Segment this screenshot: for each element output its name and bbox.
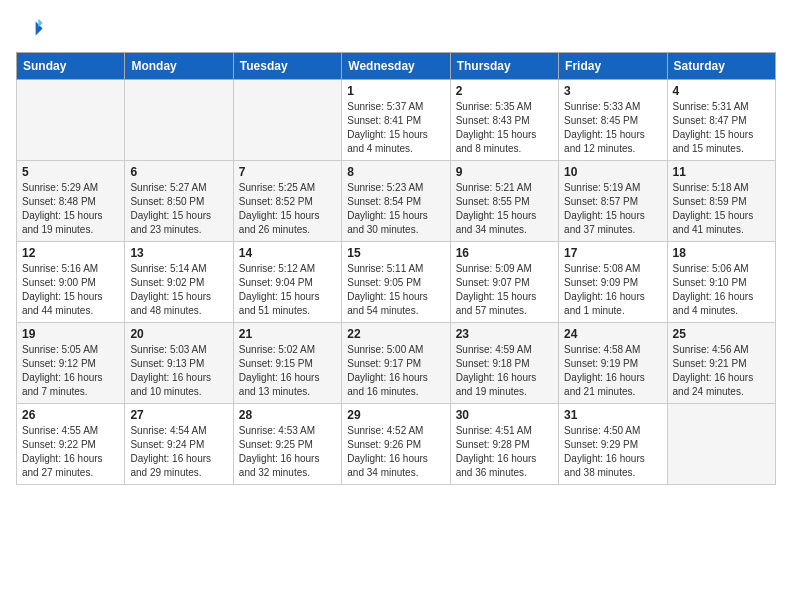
calendar-cell [125, 80, 233, 161]
calendar-cell: 8Sunrise: 5:23 AM Sunset: 8:54 PM Daylig… [342, 161, 450, 242]
weekday-header: Friday [559, 53, 667, 80]
calendar-table: SundayMondayTuesdayWednesdayThursdayFrid… [16, 52, 776, 485]
calendar-cell: 13Sunrise: 5:14 AM Sunset: 9:02 PM Dayli… [125, 242, 233, 323]
day-info: Sunrise: 5:16 AM Sunset: 9:00 PM Dayligh… [22, 262, 119, 318]
day-number: 23 [456, 327, 553, 341]
day-number: 2 [456, 84, 553, 98]
day-number: 7 [239, 165, 336, 179]
day-number: 14 [239, 246, 336, 260]
calendar-cell: 5Sunrise: 5:29 AM Sunset: 8:48 PM Daylig… [17, 161, 125, 242]
day-number: 15 [347, 246, 444, 260]
calendar-cell: 16Sunrise: 5:09 AM Sunset: 9:07 PM Dayli… [450, 242, 558, 323]
day-info: Sunrise: 5:14 AM Sunset: 9:02 PM Dayligh… [130, 262, 227, 318]
day-number: 11 [673, 165, 770, 179]
calendar-cell: 6Sunrise: 5:27 AM Sunset: 8:50 PM Daylig… [125, 161, 233, 242]
calendar-cell: 19Sunrise: 5:05 AM Sunset: 9:12 PM Dayli… [17, 323, 125, 404]
calendar-cell: 20Sunrise: 5:03 AM Sunset: 9:13 PM Dayli… [125, 323, 233, 404]
day-number: 12 [22, 246, 119, 260]
day-info: Sunrise: 4:51 AM Sunset: 9:28 PM Dayligh… [456, 424, 553, 480]
calendar-cell: 22Sunrise: 5:00 AM Sunset: 9:17 PM Dayli… [342, 323, 450, 404]
day-info: Sunrise: 4:55 AM Sunset: 9:22 PM Dayligh… [22, 424, 119, 480]
calendar-week-row: 26Sunrise: 4:55 AM Sunset: 9:22 PM Dayli… [17, 404, 776, 485]
calendar-header-row: SundayMondayTuesdayWednesdayThursdayFrid… [17, 53, 776, 80]
day-number: 19 [22, 327, 119, 341]
calendar-cell: 31Sunrise: 4:50 AM Sunset: 9:29 PM Dayli… [559, 404, 667, 485]
day-info: Sunrise: 5:21 AM Sunset: 8:55 PM Dayligh… [456, 181, 553, 237]
day-info: Sunrise: 5:27 AM Sunset: 8:50 PM Dayligh… [130, 181, 227, 237]
day-info: Sunrise: 4:56 AM Sunset: 9:21 PM Dayligh… [673, 343, 770, 399]
calendar-cell: 1Sunrise: 5:37 AM Sunset: 8:41 PM Daylig… [342, 80, 450, 161]
weekday-header: Monday [125, 53, 233, 80]
calendar-cell: 24Sunrise: 4:58 AM Sunset: 9:19 PM Dayli… [559, 323, 667, 404]
day-info: Sunrise: 5:19 AM Sunset: 8:57 PM Dayligh… [564, 181, 661, 237]
day-number: 27 [130, 408, 227, 422]
day-number: 16 [456, 246, 553, 260]
day-number: 6 [130, 165, 227, 179]
day-info: Sunrise: 4:50 AM Sunset: 9:29 PM Dayligh… [564, 424, 661, 480]
day-info: Sunrise: 5:03 AM Sunset: 9:13 PM Dayligh… [130, 343, 227, 399]
calendar-cell: 10Sunrise: 5:19 AM Sunset: 8:57 PM Dayli… [559, 161, 667, 242]
day-number: 22 [347, 327, 444, 341]
logo-icon [16, 16, 44, 44]
day-info: Sunrise: 4:54 AM Sunset: 9:24 PM Dayligh… [130, 424, 227, 480]
weekday-header: Tuesday [233, 53, 341, 80]
day-number: 8 [347, 165, 444, 179]
day-info: Sunrise: 5:18 AM Sunset: 8:59 PM Dayligh… [673, 181, 770, 237]
calendar-cell: 25Sunrise: 4:56 AM Sunset: 9:21 PM Dayli… [667, 323, 775, 404]
calendar-cell: 15Sunrise: 5:11 AM Sunset: 9:05 PM Dayli… [342, 242, 450, 323]
day-info: Sunrise: 5:12 AM Sunset: 9:04 PM Dayligh… [239, 262, 336, 318]
day-number: 20 [130, 327, 227, 341]
day-info: Sunrise: 5:06 AM Sunset: 9:10 PM Dayligh… [673, 262, 770, 318]
calendar-cell [233, 80, 341, 161]
calendar-cell: 9Sunrise: 5:21 AM Sunset: 8:55 PM Daylig… [450, 161, 558, 242]
day-info: Sunrise: 4:52 AM Sunset: 9:26 PM Dayligh… [347, 424, 444, 480]
calendar-cell: 2Sunrise: 5:35 AM Sunset: 8:43 PM Daylig… [450, 80, 558, 161]
calendar-cell: 14Sunrise: 5:12 AM Sunset: 9:04 PM Dayli… [233, 242, 341, 323]
day-number: 5 [22, 165, 119, 179]
day-number: 25 [673, 327, 770, 341]
day-number: 3 [564, 84, 661, 98]
calendar-cell: 17Sunrise: 5:08 AM Sunset: 9:09 PM Dayli… [559, 242, 667, 323]
day-info: Sunrise: 5:02 AM Sunset: 9:15 PM Dayligh… [239, 343, 336, 399]
day-info: Sunrise: 4:59 AM Sunset: 9:18 PM Dayligh… [456, 343, 553, 399]
svg-marker-1 [38, 19, 42, 27]
day-number: 26 [22, 408, 119, 422]
day-number: 13 [130, 246, 227, 260]
calendar-cell: 29Sunrise: 4:52 AM Sunset: 9:26 PM Dayli… [342, 404, 450, 485]
calendar-cell: 30Sunrise: 4:51 AM Sunset: 9:28 PM Dayli… [450, 404, 558, 485]
day-info: Sunrise: 4:53 AM Sunset: 9:25 PM Dayligh… [239, 424, 336, 480]
day-info: Sunrise: 5:29 AM Sunset: 8:48 PM Dayligh… [22, 181, 119, 237]
calendar-cell: 26Sunrise: 4:55 AM Sunset: 9:22 PM Dayli… [17, 404, 125, 485]
day-info: Sunrise: 5:23 AM Sunset: 8:54 PM Dayligh… [347, 181, 444, 237]
calendar-week-row: 12Sunrise: 5:16 AM Sunset: 9:00 PM Dayli… [17, 242, 776, 323]
calendar-cell: 7Sunrise: 5:25 AM Sunset: 8:52 PM Daylig… [233, 161, 341, 242]
day-number: 21 [239, 327, 336, 341]
calendar-cell: 27Sunrise: 4:54 AM Sunset: 9:24 PM Dayli… [125, 404, 233, 485]
day-info: Sunrise: 5:09 AM Sunset: 9:07 PM Dayligh… [456, 262, 553, 318]
day-number: 28 [239, 408, 336, 422]
calendar-cell [17, 80, 125, 161]
day-number: 17 [564, 246, 661, 260]
day-number: 9 [456, 165, 553, 179]
calendar-cell: 28Sunrise: 4:53 AM Sunset: 9:25 PM Dayli… [233, 404, 341, 485]
calendar-week-row: 19Sunrise: 5:05 AM Sunset: 9:12 PM Dayli… [17, 323, 776, 404]
day-info: Sunrise: 5:11 AM Sunset: 9:05 PM Dayligh… [347, 262, 444, 318]
weekday-header: Wednesday [342, 53, 450, 80]
day-number: 18 [673, 246, 770, 260]
day-info: Sunrise: 5:33 AM Sunset: 8:45 PM Dayligh… [564, 100, 661, 156]
calendar-cell: 11Sunrise: 5:18 AM Sunset: 8:59 PM Dayli… [667, 161, 775, 242]
day-number: 24 [564, 327, 661, 341]
day-number: 31 [564, 408, 661, 422]
weekday-header: Sunday [17, 53, 125, 80]
day-info: Sunrise: 5:05 AM Sunset: 9:12 PM Dayligh… [22, 343, 119, 399]
day-number: 30 [456, 408, 553, 422]
calendar-cell: 21Sunrise: 5:02 AM Sunset: 9:15 PM Dayli… [233, 323, 341, 404]
day-info: Sunrise: 5:00 AM Sunset: 9:17 PM Dayligh… [347, 343, 444, 399]
calendar-cell: 23Sunrise: 4:59 AM Sunset: 9:18 PM Dayli… [450, 323, 558, 404]
day-number: 29 [347, 408, 444, 422]
calendar-week-row: 5Sunrise: 5:29 AM Sunset: 8:48 PM Daylig… [17, 161, 776, 242]
calendar-cell: 18Sunrise: 5:06 AM Sunset: 9:10 PM Dayli… [667, 242, 775, 323]
day-info: Sunrise: 5:25 AM Sunset: 8:52 PM Dayligh… [239, 181, 336, 237]
calendar-cell [667, 404, 775, 485]
logo [16, 16, 48, 44]
